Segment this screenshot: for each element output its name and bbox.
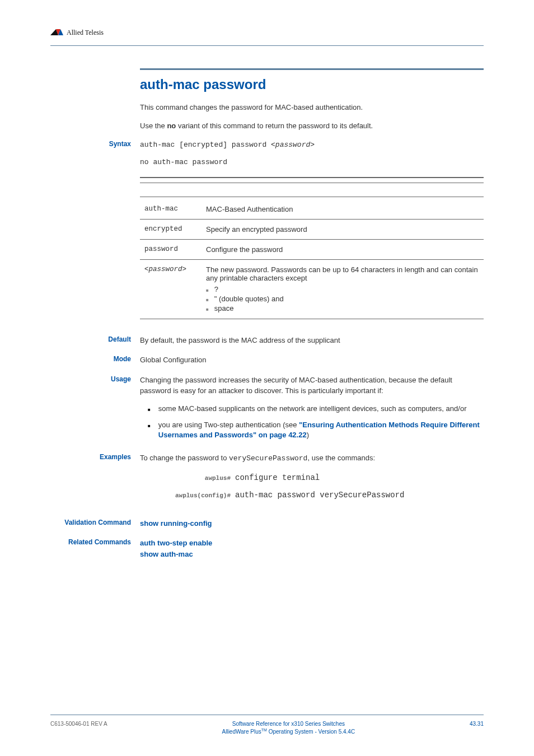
- mode-text: Global Configuration: [140, 354, 484, 366]
- validation-link[interactable]: show running-config: [140, 519, 212, 528]
- intro-p1: This command changes the password for MA…: [140, 102, 484, 113]
- default-text: By default, the password is the MAC addr…: [140, 335, 484, 346]
- usage-body: Changing the password increases the secu…: [140, 375, 484, 444]
- parameter-table: auth-mac MAC-Based Authentication encryp…: [140, 197, 484, 319]
- prompt-2: awplus(config)#: [140, 491, 235, 501]
- default-label: Default: [50, 335, 140, 346]
- command-title: auth-mac password: [140, 77, 484, 92]
- allied-telesis-icon: Allied Telesis: [50, 25, 134, 40]
- syntax-line-2: no auth-mac password: [140, 157, 484, 168]
- prompt-1: awplus#: [140, 474, 235, 483]
- syntax-label: Syntax: [50, 139, 140, 168]
- related-link-2[interactable]: show auth-mac: [140, 550, 193, 558]
- syntax-line-1: auth-mac [encrypted] password <password>: [140, 139, 484, 151]
- related-link-1[interactable]: auth two-step enable: [140, 539, 212, 547]
- parameter-table-wrap: auth-mac MAC-Based Authentication encryp…: [140, 177, 484, 319]
- table-row: encrypted Specify an encrypted password: [140, 219, 484, 239]
- header-rule: [50, 45, 484, 46]
- footer-page-num: 43.31: [470, 721, 484, 727]
- brand-logo: Allied Telesis: [50, 25, 484, 40]
- examples-label: Examples: [50, 452, 140, 507]
- cmd-1: configure terminal: [235, 472, 320, 484]
- table-row: <password> The new password. Passwords c…: [140, 259, 484, 319]
- mode-label: Mode: [50, 354, 140, 366]
- brand-text: Allied Telesis: [67, 29, 104, 36]
- page-footer: C613-50046-01 REV A Software Reference f…: [50, 715, 484, 735]
- related-label: Related Commands: [50, 538, 140, 559]
- footer-center: Software Reference for x310 Series Switc…: [107, 721, 470, 735]
- footer-rev: C613-50046-01 REV A: [50, 721, 107, 727]
- title-rule: [140, 68, 484, 70]
- intro-p2: Use the no variant of this command to re…: [140, 121, 484, 132]
- validation-label: Validation Command: [50, 518, 140, 529]
- cmd-2: auth-mac password verySecurePassword: [235, 489, 404, 501]
- examples-body: To change the password to verySecurePass…: [140, 452, 484, 507]
- table-row: auth-mac MAC-Based Authentication: [140, 197, 484, 219]
- table-row: password Configure the password: [140, 239, 484, 259]
- usage-label: Usage: [50, 375, 140, 444]
